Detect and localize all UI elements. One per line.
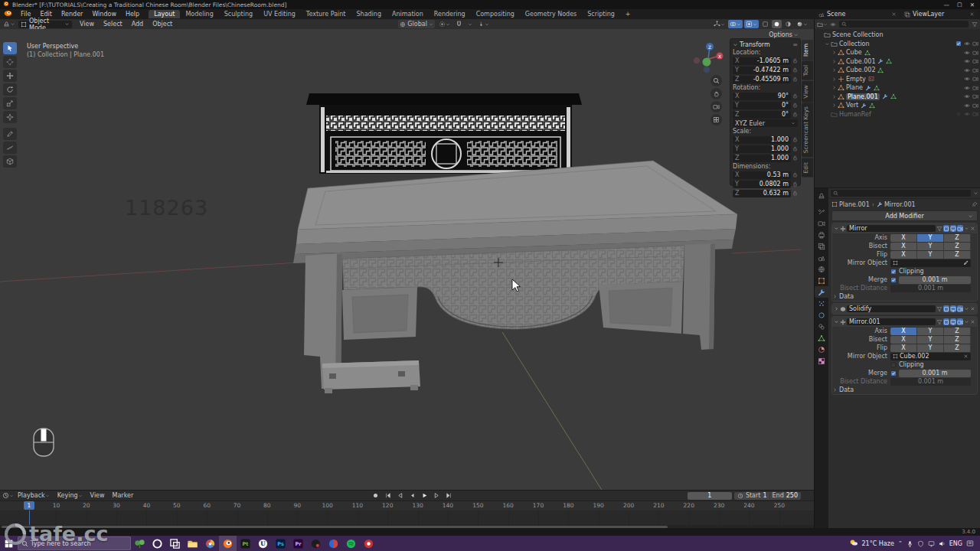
- orb-app-icon[interactable]: [325, 536, 342, 551]
- sidebar-tab-view[interactable]: View: [802, 81, 813, 103]
- green-app-icon[interactable]: [342, 536, 360, 551]
- taskbar-search-input[interactable]: Type here to search: [18, 536, 131, 550]
- sidebar-tab-tool[interactable]: Tool: [802, 61, 813, 80]
- hide-toggle[interactable]: [964, 41, 970, 47]
- viewport-menu-select[interactable]: Select: [99, 21, 127, 28]
- properties-data-tab[interactable]: [815, 332, 828, 344]
- timeline-menu-playback[interactable]: Playback: [14, 492, 54, 499]
- outliner-item-label[interactable]: Plane: [846, 84, 863, 91]
- render-toggle[interactable]: [972, 58, 978, 65]
- outliner-item-label[interactable]: Empty: [846, 76, 866, 83]
- expand-caret[interactable]: [831, 84, 838, 91]
- properties-render-tab[interactable]: [815, 217, 828, 229]
- viewport-camera-button[interactable]: [710, 101, 722, 112]
- close-modifier-button[interactable]: [970, 318, 975, 325]
- tray-expand-icon[interactable]: ⌃: [898, 540, 903, 546]
- outliner-row[interactable]: Cube.002: [815, 66, 980, 75]
- hide-toggle[interactable]: [964, 67, 970, 73]
- current-frame-field[interactable]: 1: [688, 492, 732, 500]
- lock-toggle[interactable]: [792, 57, 798, 64]
- properties-viewlayer-tab[interactable]: [815, 240, 828, 252]
- transform-value-field[interactable]: Z 1.000: [733, 155, 791, 162]
- timeline-ruler[interactable]: 1020304050607080901001101201301401501601…: [0, 501, 814, 510]
- workspace-tab-texture-paint[interactable]: Texture Paint: [301, 10, 351, 18]
- breadcrumb-modifier[interactable]: Mirror.001: [884, 201, 916, 208]
- workspace-tab-geometry-nodes[interactable]: Geometry Nodes: [520, 10, 582, 18]
- properties-world-tab[interactable]: [815, 263, 828, 275]
- transform-value-field[interactable]: Y 0.0802 m: [733, 181, 791, 188]
- render-display-toggle[interactable]: [957, 225, 963, 232]
- tool-rotate[interactable]: [3, 83, 17, 96]
- modifier-name-field[interactable]: Mirror: [847, 225, 936, 232]
- axis-x-button[interactable]: X: [890, 243, 917, 250]
- unreal-icon[interactable]: U: [254, 536, 272, 551]
- outliner-row[interactable]: Plane: [815, 83, 980, 93]
- snap-toggle[interactable]: [454, 20, 464, 28]
- render-toggle[interactable]: [972, 93, 978, 100]
- outliner-row[interactable]: Collection: [815, 40, 980, 49]
- viewlayer-unlink-icon[interactable]: [969, 11, 975, 18]
- merge-checkbox[interactable]: [890, 276, 897, 283]
- outliner-row[interactable]: Vert: [815, 101, 980, 110]
- play-reverse-button[interactable]: [407, 491, 417, 500]
- add-modifier-button[interactable]: Add Modifier: [831, 210, 978, 221]
- shading-wireframe-button[interactable]: [760, 20, 770, 28]
- render-toggle[interactable]: [972, 41, 978, 47]
- workspace-tab-sculpting[interactable]: Sculpting: [219, 10, 258, 18]
- tool-add-cube[interactable]: [3, 155, 17, 168]
- workspace-tab-modeling[interactable]: Modeling: [180, 10, 218, 18]
- expand-caret[interactable]: [831, 49, 838, 56]
- sidebar-tab-edit[interactable]: Edit: [802, 158, 813, 178]
- workspace-tab--[interactable]: +: [620, 10, 636, 18]
- collapse-icon[interactable]: [733, 41, 738, 48]
- timeline-menu-view[interactable]: View: [87, 492, 109, 499]
- expand-caret[interactable]: [831, 67, 838, 73]
- viewlayer-selector[interactable]: ViewLayer: [902, 11, 977, 18]
- viewport-3d[interactable]: User Perspective (1) Collection | Plane.…: [0, 29, 814, 490]
- tool-cursor[interactable]: [3, 56, 17, 68]
- lock-toggle[interactable]: [792, 67, 798, 73]
- editor-type-icon[interactable]: [3, 21, 15, 28]
- data-subpanel[interactable]: Data: [832, 292, 977, 301]
- hide-toggle[interactable]: [964, 111, 970, 118]
- orientation-dropdown[interactable]: Global: [398, 20, 435, 28]
- edit-mode-display-toggle[interactable]: [943, 305, 949, 312]
- merge-value-field[interactable]: 0.001 m: [899, 276, 971, 284]
- close-modifier-button[interactable]: [970, 225, 975, 232]
- timeline-track[interactable]: [0, 510, 814, 525]
- outliner-display-mode-icon[interactable]: [830, 21, 836, 28]
- auto-key-button[interactable]: [371, 491, 381, 500]
- lock-toggle[interactable]: [792, 93, 798, 99]
- hide-toggle[interactable]: [964, 76, 970, 83]
- outliner-row[interactable]: Cube: [815, 48, 980, 57]
- outliner-row[interactable]: Empty: [815, 75, 980, 84]
- properties-physics-tab[interactable]: [815, 309, 828, 321]
- render-toggle[interactable]: [972, 67, 978, 73]
- hide-toggle[interactable]: [964, 102, 970, 109]
- transform-value-field[interactable]: Y 1.000: [733, 145, 791, 153]
- premiere-icon[interactable]: Pr: [289, 536, 307, 551]
- media-app-icon[interactable]: [307, 536, 325, 551]
- transform-value-field[interactable]: X 1.000: [733, 136, 791, 144]
- task-view-icon[interactable]: [166, 536, 184, 551]
- start-frame[interactable]: 1: [763, 492, 766, 499]
- pin-icon[interactable]: [972, 201, 978, 208]
- outliner-row[interactable]: HumanRef: [815, 110, 980, 119]
- workspace-tab-shading[interactable]: Shading: [351, 10, 387, 18]
- volume-icon[interactable]: [939, 540, 946, 547]
- lock-toggle[interactable]: [792, 76, 798, 83]
- viewport-ortho-button[interactable]: [710, 114, 722, 126]
- outliner-row[interactable]: Plane.001: [815, 93, 980, 102]
- modifier-header[interactable]: Mirror: [832, 223, 977, 233]
- workspace-tab-scripting[interactable]: Scripting: [582, 10, 620, 18]
- scene-unlink-icon[interactable]: [891, 11, 897, 18]
- shading-rendered-button[interactable]: [795, 20, 809, 28]
- merge-value-field[interactable]: 0.001 m: [899, 370, 971, 377]
- transform-value-field[interactable]: Z 0°: [733, 111, 791, 119]
- render-display-toggle[interactable]: [957, 305, 963, 312]
- maximize-button[interactable]: ▢: [957, 2, 962, 8]
- outliner-row[interactable]: Scene Collection: [815, 31, 980, 40]
- outliner-item-label[interactable]: Collection: [839, 41, 870, 47]
- workspace-tab-animation[interactable]: Animation: [387, 10, 429, 18]
- lock-toggle[interactable]: [792, 111, 798, 118]
